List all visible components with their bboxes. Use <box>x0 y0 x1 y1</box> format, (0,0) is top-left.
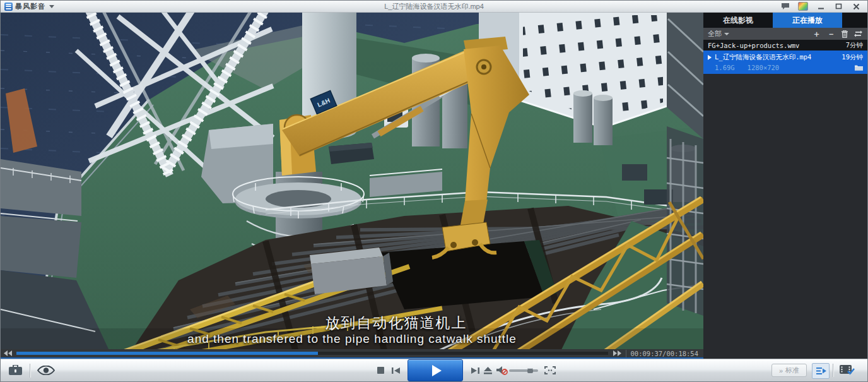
trash-icon[interactable] <box>842 30 848 38</box>
titlebar: 暴风影音 L_辽宁陆海设备汉语无水印.mp4 <box>1 1 867 13</box>
filter-label: 全部 <box>708 29 722 39</box>
folder-icon[interactable] <box>855 64 863 71</box>
left-tools <box>8 359 55 381</box>
chevron-down-icon[interactable] <box>49 5 54 8</box>
playlist-item-name: L_辽宁陆海设备汉语无水印.mp4 <box>715 53 811 62</box>
time-display: 00:09:37/00:18:54 <box>626 350 703 357</box>
add-icon[interactable]: ＋ <box>812 30 821 38</box>
play-button[interactable] <box>408 359 463 381</box>
eye-icon[interactable] <box>37 366 55 375</box>
play-icon <box>432 365 442 376</box>
video-content: L&H <box>1 13 703 359</box>
chevron-down-icon <box>724 33 729 35</box>
divider <box>833 364 833 377</box>
volume-muted-icon[interactable] <box>496 359 508 381</box>
playlist-item[interactable]: FG+Jack-up+products.wmv 7分钟 <box>703 40 867 51</box>
playlist-filter-bar: 全部 ＋ － <box>703 28 867 40</box>
window-title: L_辽宁陆海设备汉语无水印.mp4 <box>1 2 867 11</box>
divider <box>30 364 30 378</box>
tab-now-playing[interactable]: 正在播放 <box>773 13 842 28</box>
next-button[interactable] <box>471 359 479 381</box>
previous-button[interactable] <box>392 359 400 381</box>
maximize-button[interactable] <box>833 2 843 11</box>
seekbar-track[interactable] <box>16 352 608 355</box>
speed-prefix: » <box>779 367 783 374</box>
app-logo[interactable]: 暴风影音 <box>1 2 54 11</box>
app-name: 暴风影音 <box>15 2 45 11</box>
eject-button[interactable] <box>484 359 492 381</box>
close-button[interactable] <box>851 2 861 11</box>
filter-dropdown[interactable]: 全部 <box>708 29 729 39</box>
skin-icon[interactable] <box>798 2 808 11</box>
video-area[interactable]: L&H 放到自动化猫道机上 and then transf <box>1 13 703 359</box>
seekbar-accent-line <box>1 357 703 359</box>
playlist-item-name: FG+Jack-up+products.wmv <box>708 42 799 49</box>
app-logo-icon <box>4 3 13 11</box>
playlist-tabs: 在线影视 正在播放 <box>703 13 867 28</box>
speed-button[interactable]: » 标准 <box>771 364 807 377</box>
playlist-icon <box>816 367 826 375</box>
feedback-icon[interactable] <box>780 2 790 11</box>
playlist-item-current[interactable]: L_辽宁陆海设备汉语无水印.mp4 19分钟 1.69G 1280×720 <box>703 51 867 74</box>
playlist-item-duration: 7分钟 <box>842 41 863 50</box>
volume-slider[interactable] <box>509 369 538 372</box>
playlist-item-duration: 19分钟 <box>838 53 863 62</box>
window-controls <box>780 2 867 11</box>
playlist-actions: ＋ － <box>812 30 862 38</box>
playlist-item-resolution: 1280×720 <box>748 64 780 71</box>
playlist-panel: 在线影视 正在播放 全部 ＋ － <box>703 13 867 359</box>
minimize-button[interactable] <box>816 2 826 11</box>
fullscreen-button[interactable] <box>544 359 556 381</box>
seekbar: 00:09:37/00:18:54 <box>1 349 703 357</box>
main-area: L&H 放到自动化猫道机上 and then transf <box>1 13 867 359</box>
speed-label: 标准 <box>785 366 799 375</box>
playing-indicator-icon <box>708 55 712 60</box>
rewind-icon[interactable] <box>4 350 13 356</box>
sync-icon[interactable] <box>854 30 862 37</box>
playlist-item-size: 1.69G <box>715 64 735 71</box>
playlist-empty-area <box>703 74 867 359</box>
stop-button[interactable] <box>377 359 384 381</box>
control-bar: » 标准 <box>1 359 867 381</box>
remove-icon[interactable]: － <box>827 30 835 38</box>
volume-handle[interactable] <box>527 368 533 373</box>
toolbox-icon[interactable] <box>8 365 23 376</box>
playlist-toggle-button[interactable] <box>812 363 830 379</box>
player-window: 暴风影音 L_辽宁陆海设备汉语无水印.mp4 <box>0 0 868 382</box>
fast-forward-icon[interactable] <box>613 350 622 356</box>
seekbar-progress <box>16 352 318 355</box>
tab-online-video[interactable]: 在线影视 <box>703 13 773 28</box>
video-manager-button[interactable] <box>840 364 855 375</box>
